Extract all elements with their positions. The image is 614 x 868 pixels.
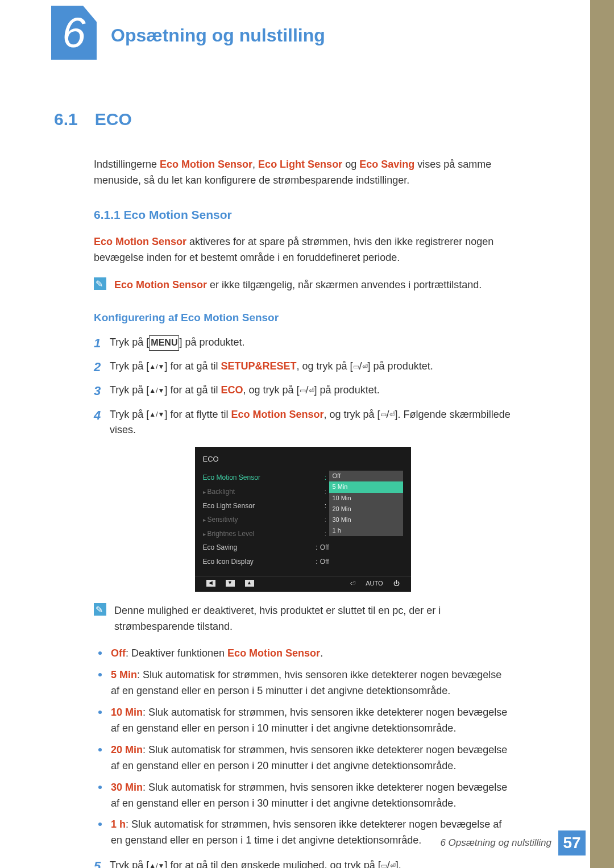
osd-item: Sensitivity: — [203, 513, 329, 527]
osd-item: Eco Light Sensor: — [203, 499, 329, 513]
step-4: 4Tryk på [▲/▼] for at flytte til Eco Mot… — [94, 406, 512, 439]
osd-option: Off — [329, 471, 403, 481]
step-5: 5Tryk på [▲/▼] for at gå til den ønskede… — [94, 857, 512, 868]
section-number: 6.1 — [54, 106, 78, 133]
osd-item: Eco Saving:Off — [203, 541, 329, 555]
config-subheading: Konfigurering af Eco Motion Sensor — [94, 309, 512, 326]
osd-option: 1 h — [329, 525, 403, 536]
chapter-title: Opsætning og nulstilling — [111, 22, 325, 50]
osd-enter-icon: ⏎ — [350, 579, 355, 588]
osd-option: 30 Min — [329, 514, 403, 525]
bullet-icon — [98, 748, 102, 751]
osd-option: 10 Min — [329, 493, 403, 504]
section-title: ECO — [95, 106, 132, 133]
description-paragraph: Eco Motion Sensor aktiveres for at spare… — [94, 234, 512, 266]
osd-item: Eco Motion Sensor: — [203, 471, 329, 485]
intro-paragraph: Indstillingerne Eco Motion Sensor, Eco L… — [94, 157, 512, 189]
osd-prev-icon: ◀ — [206, 580, 215, 587]
footer-text: 6 Opsætning og nulstilling — [440, 836, 551, 850]
note-icon — [94, 603, 106, 616]
osd-item: Backlight: — [203, 485, 329, 499]
osd-footer: ◀ ▼ ▲ ⏎ AUTO ⏻ — [195, 576, 411, 592]
osd-auto-label: AUTO — [366, 579, 383, 588]
bullet-icon — [98, 823, 102, 826]
bullet-icon — [98, 711, 102, 714]
bullet-icon — [98, 673, 102, 676]
step-3: 3Tryk på [▲/▼] for at gå til ECO, og try… — [94, 381, 512, 401]
osd-option: 5 Min — [329, 481, 403, 492]
content: 6.1 ECO Indstillingerne Eco Motion Senso… — [0, 68, 569, 868]
osd-up-icon: ▲ — [245, 580, 254, 587]
osd-dropdown: Off5 Min10 Min20 Min30 Min1 h — [329, 471, 403, 535]
osd-option: 20 Min — [329, 504, 403, 514]
osd-menu: ECO Eco Motion Sensor:Backlight:Eco Ligh… — [195, 447, 411, 591]
bullet-item: Off: Deaktiver funktionen Eco Motion Sen… — [94, 646, 512, 662]
bullet-icon — [98, 786, 102, 789]
chapter-badge: 6 — [51, 6, 97, 60]
page-header: 6 Opsætning og nulstilling — [0, 0, 614, 68]
osd-item: Brightnes Level: — [203, 527, 329, 541]
section-heading: 6.1 ECO — [54, 102, 512, 134]
note-2: Denne mulighed er deaktiveret, hvis prod… — [94, 603, 512, 635]
subsection-heading: 6.1.1 Eco Motion Sensor — [94, 206, 512, 225]
note-1: Eco Motion Sensor er ikke tilgængelig, n… — [94, 277, 512, 293]
osd-down-icon: ▼ — [226, 580, 235, 587]
bullet-icon — [98, 651, 102, 655]
note-icon — [94, 277, 106, 290]
bullet-item: 30 Min: Sluk automatisk for strømmen, hv… — [94, 780, 512, 812]
page-footer: 6 Opsætning og nulstilling 57 — [440, 830, 586, 855]
bullet-item: 20 Min: Sluk automatisk for strømmen, hv… — [94, 742, 512, 774]
chapter-number: 6 — [62, 12, 85, 54]
osd-item: Eco Icon Display:Off — [203, 555, 329, 569]
side-decor — [590, 0, 614, 868]
step-2: 2Tryk på [▲/▼] for at gå til SETUP&RESET… — [94, 358, 512, 377]
osd-title: ECO — [195, 451, 411, 471]
osd-power-icon: ⏻ — [393, 579, 400, 588]
bullet-item: 5 Min: Sluk automatisk for strømmen, hvi… — [94, 667, 512, 699]
step-1: 1Tryk på [MENU] på produktet. — [94, 334, 512, 353]
bullet-item: 10 Min: Sluk automatisk for strømmen, hv… — [94, 705, 512, 737]
page-number: 57 — [558, 830, 586, 855]
